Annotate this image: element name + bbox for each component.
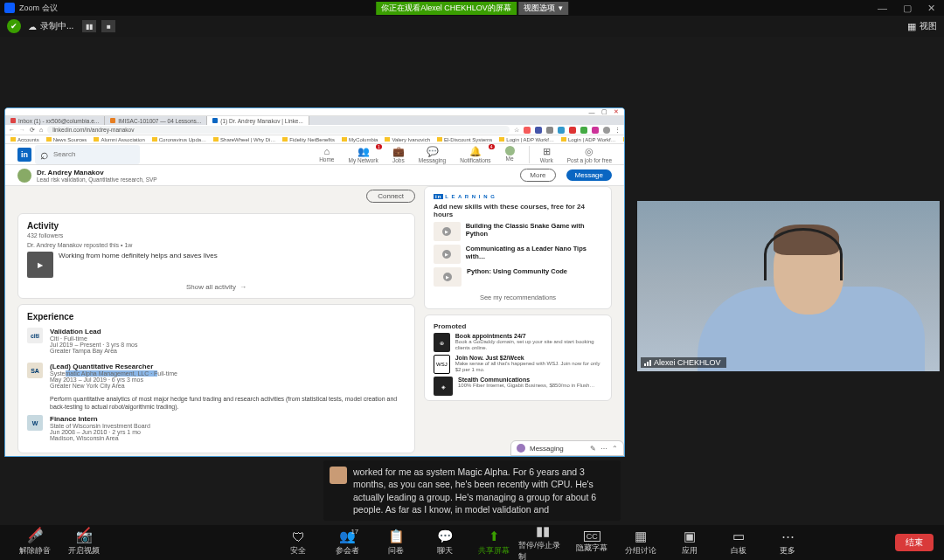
bookmark[interactable]: News Sources	[46, 137, 87, 142]
record-stop-button[interactable]: ■	[101, 20, 115, 32]
post-text[interactable]: Working from home definitely helps and s…	[59, 252, 218, 278]
browser-min-button[interactable]: —	[587, 109, 596, 115]
browser-tab[interactable]: IMISAC-101007 — 04 Lessons...	[105, 116, 207, 125]
promoted-item[interactable]: ◈Stealth Communications100% Fiber Intern…	[434, 377, 602, 396]
nav-post-job[interactable]: ◎Post a job for free	[567, 146, 612, 163]
post-thumbnail[interactable]: ▶	[27, 252, 53, 278]
bookmark[interactable]: Login | ADP Workf…	[499, 137, 554, 142]
nav-home[interactable]: ⌂Home	[319, 146, 334, 163]
extension-icon[interactable]	[580, 127, 587, 134]
more-icon[interactable]: ⋯	[600, 445, 607, 453]
bookmark[interactable]: Coronavirus Upda…	[152, 137, 206, 142]
share-screen-button[interactable]: ⬆共享屏幕	[469, 529, 518, 557]
bookmark[interactable]: Login | ADP Workf…	[561, 137, 616, 142]
extension-icon[interactable]	[546, 127, 553, 134]
bookmark[interactable]: Alumni Association	[94, 137, 144, 142]
network-icon: 👥	[357, 146, 370, 157]
promoted-item[interactable]: WSJJoin Now. Just $2/WeekMake sense of a…	[434, 355, 602, 374]
experience-card: Experience citi Validation Lead Citi · F…	[17, 304, 415, 453]
captions-button[interactable]: CC隐藏字幕	[567, 531, 616, 554]
bookmark[interactable]: Login | ADP Workf…	[623, 137, 624, 142]
zoom-titlebar: Zoom 会议 你正在观看Alexel CHEKHLOV的屏幕 视图选项▾ — …	[0, 0, 944, 16]
apps-button[interactable]: ▣应用	[665, 529, 714, 557]
live-caption: worked for me as system Magic Alpha. For…	[323, 460, 621, 521]
window-maximize-button[interactable]: ▢	[903, 3, 912, 14]
nav-forward-button[interactable]: →	[19, 127, 25, 133]
view-options-button[interactable]: 视图选项▾	[518, 2, 568, 15]
nav-me[interactable]: Me	[505, 146, 515, 163]
bookmark[interactable]: El-Discount Systems	[437, 137, 492, 142]
browser-close-button[interactable]: ✕	[612, 108, 621, 115]
polls-button[interactable]: 📋问卷	[371, 529, 420, 557]
shield-icon: 🛡	[292, 529, 305, 544]
profile-avatar-icon	[17, 169, 31, 183]
participants-button[interactable]: 👥17参会者	[323, 529, 371, 557]
linkedin-search[interactable]: ⌕	[35, 145, 140, 164]
show-all-activity-button[interactable]: Show all activity→	[27, 278, 406, 291]
browser-tab-active[interactable]: (1) Dr. Andrey Manakov | Linke...	[207, 116, 309, 125]
security-button[interactable]: 🛡安全	[274, 529, 323, 557]
bookmark[interactable]: MyColumbia	[342, 137, 378, 142]
nav-reload-button[interactable]: ⟳	[30, 127, 35, 134]
browser-max-button[interactable]: ▢	[600, 108, 608, 115]
experience-role[interactable]: (Lead) Quantitative Researcher	[50, 363, 177, 370]
bookmark[interactable]: ShareWheel | Why Di…	[213, 137, 275, 142]
more-button[interactable]: ⋯更多	[763, 529, 812, 557]
record-pause-button[interactable]: ▮▮	[82, 20, 96, 32]
nav-notifications[interactable]: 🔔4Notifications	[460, 146, 490, 163]
browser-tab[interactable]: Inbox (1) - xx506@columbia.e...	[5, 116, 105, 125]
favicon-icon	[10, 118, 16, 123]
bookmark[interactable]: Accounts	[10, 137, 39, 142]
more-button[interactable]: More	[520, 169, 555, 182]
speaker-video-tile[interactable]: Alexei CHEKHLOV	[637, 201, 940, 371]
experience-item: SA (Lead) Quantitative Researcher System…	[27, 358, 406, 393]
nav-home-button[interactable]: ⌂	[39, 127, 43, 133]
connect-button[interactable]: Connect	[366, 190, 415, 203]
course-thumbnail-icon	[434, 267, 462, 287]
start-video-button[interactable]: 📷开启视频	[59, 529, 108, 557]
unmute-button[interactable]: 🎤解除静音	[10, 529, 59, 557]
view-label[interactable]: 视图	[920, 20, 937, 32]
experience-role[interactable]: Finance Intern	[50, 415, 150, 423]
shared-screen: — ▢ ✕ Inbox (1) - xx506@columbia.e... IM…	[4, 107, 625, 457]
extension-icon[interactable]	[535, 127, 542, 134]
end-meeting-button[interactable]: 结束	[895, 534, 934, 551]
nav-work[interactable]: ⊞Work	[529, 146, 553, 163]
promoted-item[interactable]: ⊕Book appointments 24/7Book a GoDaddy do…	[434, 333, 602, 352]
learning-course[interactable]: Building the Classic Snake Game with Pyt…	[434, 222, 602, 241]
extension-icon[interactable]	[569, 127, 576, 134]
nav-messaging[interactable]: 💬Messaging	[419, 146, 446, 163]
window-minimize-button[interactable]: —	[878, 3, 887, 14]
breakout-button[interactable]: ▦分组讨论	[616, 529, 665, 557]
extension-icon[interactable]	[558, 127, 565, 134]
participants-count: 17	[351, 528, 358, 536]
chevron-up-icon[interactable]: ⌃	[612, 445, 618, 453]
message-button[interactable]: Message	[566, 169, 612, 181]
encryption-shield-icon[interactable]: ✔	[7, 19, 21, 33]
bookmark-star-icon[interactable]: ☆	[514, 127, 519, 134]
nav-network[interactable]: 👥1My Network	[348, 146, 378, 163]
experience-role[interactable]: Validation Lead	[50, 328, 137, 335]
linkedin-logo-icon[interactable]: in	[17, 148, 31, 162]
messaging-drawer[interactable]: Messaging ✎ ⋯ ⌃	[510, 440, 624, 456]
nav-back-button[interactable]: ←	[9, 127, 15, 133]
compose-icon[interactable]: ✎	[590, 445, 596, 453]
chat-button[interactable]: 💬聊天	[420, 529, 469, 557]
record-controls-button[interactable]: ▮▮暂停/停止录制	[518, 523, 567, 561]
bookmark[interactable]: Fidelity NetBenefits	[282, 137, 335, 142]
profile-icon[interactable]	[603, 127, 610, 134]
window-close-button[interactable]: ✕	[927, 3, 935, 14]
search-input[interactable]	[53, 150, 132, 158]
see-recommendations-button[interactable]: See my recommendations	[434, 290, 602, 301]
learning-course[interactable]: Python: Using Community Code	[434, 267, 602, 287]
whiteboard-button[interactable]: ▭白板	[714, 529, 763, 557]
address-bar[interactable]: linkedin.com/in/andrey-manakov	[47, 126, 510, 134]
nav-jobs[interactable]: 💼Jobs	[392, 146, 405, 163]
browser-menu-button[interactable]: ⋮	[614, 127, 621, 134]
learning-course[interactable]: Communicating as a Leader Nano Tips with…	[434, 245, 602, 264]
zoom-app-title: Zoom 会议	[19, 3, 58, 14]
extension-icon[interactable]	[524, 127, 531, 134]
extension-icon[interactable]	[592, 127, 599, 134]
speaker-nametag: Alexei CHEKHLOV	[641, 357, 726, 368]
bookmark[interactable]: Valery Ivanovich	[385, 137, 430, 142]
